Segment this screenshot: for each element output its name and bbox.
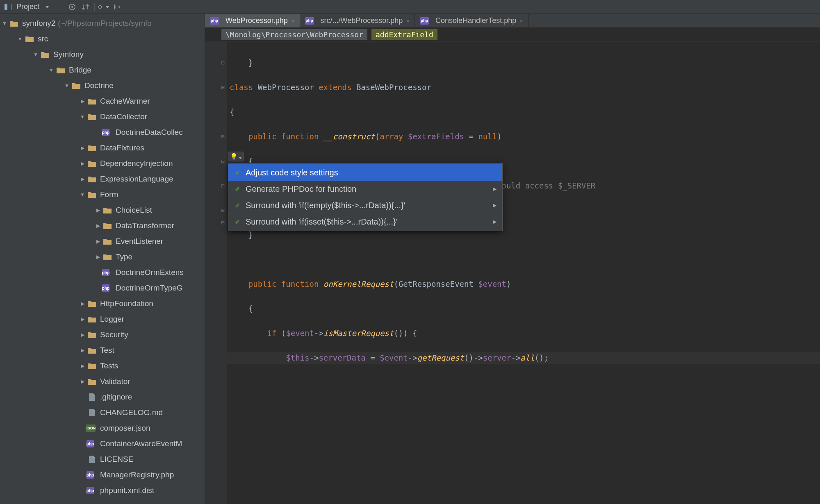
tree-item[interactable]: phpDoctrineOrmTypeG: [0, 280, 205, 296]
php-file-icon: php: [102, 284, 112, 292]
target-icon[interactable]: [66, 1, 78, 13]
tree-arrow-icon[interactable]: [78, 98, 87, 104]
close-icon[interactable]: ×: [519, 17, 523, 24]
intention-action[interactable]: ✏Adjust code style settings: [228, 164, 502, 181]
tree-item[interactable]: ChoiceList: [0, 202, 205, 218]
gear-icon[interactable]: [98, 1, 109, 13]
tree-item[interactable]: HttpFoundation: [0, 296, 205, 311]
folder-icon: [102, 222, 112, 230]
editor-tab[interactable]: phpConsoleHandlerTest.php×: [415, 14, 528, 27]
tree-item[interactable]: phpDoctrineDataCollec: [0, 125, 205, 140]
fold-icon[interactable]: ⊟: [221, 159, 225, 164]
breadcrumb-method[interactable]: addExtraField: [371, 29, 437, 40]
tree-arrow-icon[interactable]: [78, 379, 87, 384]
tree-item[interactable]: Doctrine: [0, 78, 205, 93]
code-editor[interactable]: ⊟ ⊟ ⊟ ⊟ ⊟ ⊟ ⊟ } class WebProcessor exten…: [205, 42, 820, 504]
tree-arrow-icon[interactable]: [78, 114, 87, 120]
tree-arrow-icon[interactable]: [93, 223, 102, 229]
folder-icon: [9, 19, 19, 27]
svg-point-3: [71, 6, 73, 8]
tree-arrow-icon[interactable]: [0, 20, 9, 26]
tree-item[interactable]: DataCollector: [0, 109, 205, 125]
tree-item-label: DataCollector: [100, 112, 147, 121]
tree-item[interactable]: Tests: [0, 358, 205, 374]
folder-icon: [87, 331, 97, 339]
fold-icon[interactable]: ⊟: [221, 183, 225, 188]
tree-item[interactable]: LICENSE: [0, 452, 205, 467]
tree-arrow-icon[interactable]: [78, 192, 87, 198]
fold-icon[interactable]: ⊟: [221, 134, 225, 139]
intention-bulb[interactable]: 💡: [228, 152, 244, 161]
tree-arrow-icon[interactable]: [47, 67, 56, 73]
tree-item-label: CacheWarmer: [100, 97, 150, 106]
fold-icon[interactable]: ⊟: [221, 220, 225, 225]
intention-popup[interactable]: ✏Adjust code style settings✏Generate PHP…: [228, 163, 503, 231]
tree-item[interactable]: Symfony: [0, 47, 205, 62]
tree-item[interactable]: phpphpunit.xml.dist: [0, 483, 205, 498]
fold-icon[interactable]: ⊟: [221, 60, 225, 66]
project-dropdown-label: Project: [16, 2, 39, 11]
tree-item[interactable]: EventListener: [0, 234, 205, 249]
tree-arrow-icon[interactable]: [78, 161, 87, 166]
intention-action[interactable]: ✏Generate PHPDoc for function▶: [228, 181, 502, 197]
tree-root[interactable]: symfony2 (~/PhpstormProjects/symfo: [0, 16, 205, 31]
code-body[interactable]: } class WebProcessor extends BaseWebProc…: [227, 42, 820, 504]
tree-item[interactable]: ExpressionLanguage: [0, 171, 205, 187]
tree-item[interactable]: CHANGELOG.md: [0, 405, 205, 420]
project-dropdown[interactable]: Project: [15, 1, 53, 13]
app-root: Project symfony2 (~/PhpstormProjec: [0, 0, 820, 504]
folder-icon: [102, 237, 112, 245]
tree-item[interactable]: .gitignore: [0, 389, 205, 405]
fold-icon[interactable]: ⊟: [221, 208, 225, 213]
tree-arrow-icon[interactable]: [78, 332, 87, 338]
tree-item[interactable]: Test: [0, 343, 205, 358]
tree-arrow-icon[interactable]: [78, 316, 87, 322]
tree-arrow-icon[interactable]: [16, 36, 25, 42]
tree-arrow-icon[interactable]: [31, 52, 40, 57]
tree-item-label: .gitignore: [100, 393, 132, 402]
tree-arrow-icon[interactable]: [93, 207, 102, 213]
tree-item[interactable]: DependencyInjection: [0, 156, 205, 171]
close-icon[interactable]: ×: [291, 17, 295, 24]
tree-arrow-icon[interactable]: [78, 145, 87, 151]
tree-item[interactable]: CacheWarmer: [0, 93, 205, 109]
close-icon[interactable]: ×: [406, 17, 410, 24]
editor-tab[interactable]: phpsrc/.../WebProcessor.php×: [300, 14, 415, 27]
tree-arrow-icon[interactable]: [78, 363, 87, 369]
intention-action[interactable]: ✏Surround with 'if(isset($this->...rData…: [228, 213, 502, 230]
tree-arrow-icon[interactable]: [78, 347, 87, 353]
tree-item-label: Form: [100, 190, 118, 199]
editor-tab[interactable]: phpWebProcessor.php×: [205, 14, 300, 27]
fold-icon[interactable]: ⊟: [221, 85, 225, 90]
sort-icon[interactable]: [80, 1, 91, 13]
tree-item[interactable]: phpManagerRegistry.php: [0, 467, 205, 483]
tree-item[interactable]: Bridge: [0, 62, 205, 78]
collapse-icon[interactable]: [111, 1, 123, 13]
submenu-arrow-icon: ▶: [493, 186, 497, 192]
tree-arrow-icon[interactable]: [93, 254, 102, 260]
tree-item[interactable]: phpContainerAwareEventM: [0, 436, 205, 452]
file-icon: [87, 393, 97, 401]
intention-action-label: Adjust code style settings: [246, 168, 338, 177]
folder-icon: [87, 159, 97, 168]
tree-item[interactable]: JSONcomposer.json: [0, 420, 205, 436]
tree-item[interactable]: phpDoctrineOrmExtens: [0, 265, 205, 280]
tree-item[interactable]: Form: [0, 187, 205, 202]
breadcrumb-namespace[interactable]: \Monolog\Processor\WebProcessor: [221, 29, 367, 40]
tree-item[interactable]: Logger: [0, 311, 205, 327]
tree-arrow-icon[interactable]: [78, 176, 87, 182]
tree-item[interactable]: Validator: [0, 374, 205, 389]
tree-item[interactable]: src: [0, 31, 205, 47]
tree-arrow-icon[interactable]: [78, 301, 87, 306]
intention-action[interactable]: ✏Surround with 'if(!empty($this->...rDat…: [228, 197, 502, 213]
tree-arrow-icon[interactable]: [62, 83, 71, 89]
intention-action-label: Surround with 'if(!empty($this->...rData…: [246, 201, 405, 210]
project-view-icon[interactable]: [2, 1, 14, 13]
svg-point-5: [100, 6, 101, 7]
project-tree[interactable]: symfony2 (~/PhpstormProjects/symfo src S…: [0, 14, 205, 504]
tree-item[interactable]: Security: [0, 327, 205, 343]
tree-item[interactable]: DataFixtures: [0, 140, 205, 156]
tree-item[interactable]: DataTransformer: [0, 218, 205, 234]
tree-item[interactable]: Type: [0, 249, 205, 265]
tree-arrow-icon[interactable]: [93, 238, 102, 244]
